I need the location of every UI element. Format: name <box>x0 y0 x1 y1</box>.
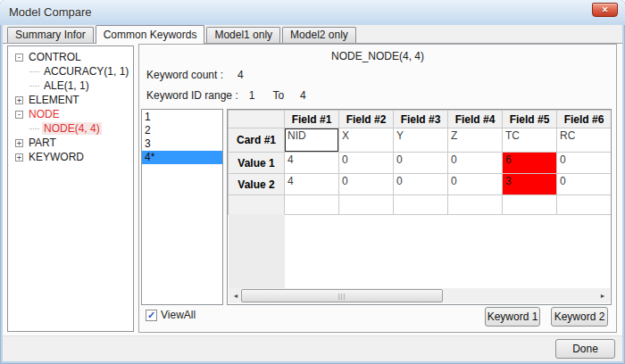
id-range-to-label: To <box>272 89 284 102</box>
field-table: Field #1Field #2Field #3Field #4Field #5… <box>228 110 612 215</box>
keyword-count-value: 4 <box>238 69 244 81</box>
dialog-client-area: Summary InforCommon KeywordsModel1 onlyM… <box>3 25 622 361</box>
table-cell[interactable]: 0 <box>394 174 448 195</box>
table-cell[interactable]: TC <box>503 128 557 153</box>
list-item[interactable]: 4* <box>142 151 222 164</box>
tree-connector <box>29 86 39 87</box>
row-header-value-2[interactable]: Value 2 <box>229 174 285 195</box>
keyword-tree: -CONTROLACCURACY(1, 1)ALE(1, 1)+ELEMENT-… <box>7 46 134 332</box>
viewall-checkbox[interactable]: ✓ ViewAll <box>146 309 196 321</box>
table-cell[interactable]: 0 <box>394 153 448 174</box>
bottom-strip: Done <box>3 335 622 361</box>
viewall-label: ViewAll <box>161 309 196 321</box>
tree-item-label[interactable]: KEYWORD <box>27 151 86 163</box>
row-header-empty[interactable] <box>229 195 285 215</box>
tree-item-label[interactable]: NODE <box>27 108 62 120</box>
title-bar: Model Compare ✕ <box>0 0 625 25</box>
field-table-head: Field #1Field #2Field #3Field #4Field #5… <box>229 111 612 128</box>
table-cell[interactable]: 0 <box>448 174 503 195</box>
tree-item-node-4-4[interactable]: NODE(4, 4) <box>8 121 133 136</box>
keyword1-button[interactable]: Keyword 1 <box>485 307 540 327</box>
table-cell[interactable]: 0 <box>448 153 503 174</box>
table-cell[interactable]: 4 <box>285 174 339 195</box>
tree-item-label[interactable]: PART <box>27 136 58 149</box>
tree-item-part[interactable]: +PART <box>8 136 133 150</box>
list-item[interactable]: 2 <box>142 124 222 137</box>
tree-item-control[interactable]: -CONTROL <box>8 50 133 64</box>
column-header-field-2[interactable]: Field #2 <box>339 111 394 128</box>
scroll-right-icon[interactable]: ► <box>596 288 610 303</box>
table-cell[interactable]: RC <box>557 128 612 153</box>
list-item[interactable]: 1 <box>142 111 222 124</box>
table-cell[interactable] <box>557 195 612 215</box>
table-row: Value 2400030 <box>229 174 612 195</box>
field-table-viewport: Field #1Field #2Field #3Field #4Field #5… <box>227 109 612 305</box>
table-cell[interactable]: 4 <box>285 153 339 174</box>
column-header-field-4[interactable]: Field #4 <box>448 111 503 128</box>
table-cell[interactable] <box>394 195 448 215</box>
row-header-value-1[interactable]: Value 1 <box>229 153 285 174</box>
tab-model1-only[interactable]: Model1 only <box>206 27 280 43</box>
horizontal-scrollbar[interactable]: ◄ ||| ► <box>229 288 610 303</box>
expand-icon[interactable]: + <box>15 139 23 147</box>
window-title: Model Compare <box>9 0 92 25</box>
table-cell[interactable] <box>503 195 557 215</box>
tree-item-label[interactable]: ELEMENT <box>27 94 81 106</box>
tree-connector <box>29 71 39 72</box>
scrollbar-thumb[interactable]: ||| <box>241 289 443 302</box>
tree-item-element[interactable]: +ELEMENT <box>8 93 133 107</box>
corner-cell <box>229 111 285 128</box>
tree-item-label[interactable]: NODE(4, 4) <box>42 122 102 135</box>
field-table-body: Card #1NIDXYZTCRCValue 1400060Value 2400… <box>229 128 612 215</box>
panel-title: NODE_NODE(4, 4) <box>139 45 616 62</box>
table-cell[interactable]: 0 <box>339 174 394 195</box>
collapse-icon[interactable]: - <box>15 54 23 62</box>
tab-model2-only[interactable]: Model2 only <box>282 27 356 43</box>
collapse-icon[interactable]: - <box>15 111 23 119</box>
keyword-id-range-line: Keyword ID range :1To4 <box>146 89 306 102</box>
expand-icon[interactable]: + <box>15 96 23 104</box>
id-range-from: 1 <box>249 89 255 102</box>
tree-item-keyword[interactable]: +KEYWORD <box>8 150 133 164</box>
table-cell[interactable] <box>285 195 339 215</box>
table-cell[interactable]: 0 <box>557 153 612 174</box>
keyword-id-listbox[interactable]: 1234* <box>141 109 223 305</box>
table-cell[interactable]: X <box>339 128 394 153</box>
tree-item-label[interactable]: CONTROL <box>27 51 83 63</box>
tree-item-label[interactable]: ALE(1, 1) <box>42 79 91 92</box>
column-header-field-5[interactable]: Field #5 <box>503 111 557 128</box>
row-header-card-1[interactable]: Card #1 <box>229 128 285 153</box>
tab-common-keywords[interactable]: Common Keywords <box>96 25 205 44</box>
diff-cell[interactable]: 6 <box>503 153 557 174</box>
tree-item-node[interactable]: -NODE <box>8 107 133 121</box>
column-header-field-6[interactable]: Field #6 <box>557 111 612 128</box>
header-row: Field #1Field #2Field #3Field #4Field #5… <box>229 111 612 128</box>
table-row: Value 1400060 <box>229 153 612 174</box>
table-row <box>229 195 612 215</box>
table-row: Card #1NIDXYZTCRC <box>229 128 612 153</box>
table-cell[interactable]: Z <box>448 128 503 153</box>
list-item[interactable]: 3 <box>142 137 222 151</box>
table-cell[interactable]: NID <box>285 128 339 153</box>
expand-icon[interactable]: + <box>15 153 23 161</box>
checkbox-check-icon[interactable]: ✓ <box>146 310 157 321</box>
keyword2-button[interactable]: Keyword 2 <box>551 307 608 327</box>
table-cell[interactable] <box>339 195 394 215</box>
tree-item-accuracy-1-1[interactable]: ACCURACY(1, 1) <box>8 64 133 79</box>
column-header-field-1[interactable]: Field #1 <box>285 111 339 128</box>
model-compare-dialog: Model Compare ✕ Summary InforCommon Keyw… <box>0 0 625 364</box>
tree-connector <box>29 128 39 129</box>
table-cell[interactable] <box>448 195 503 215</box>
tree-item-label[interactable]: ACCURACY(1, 1) <box>42 65 130 78</box>
tree-item-ale-1-1[interactable]: ALE(1, 1) <box>8 79 133 93</box>
close-icon[interactable]: ✕ <box>592 3 618 17</box>
table-cell[interactable]: Y <box>394 128 448 153</box>
tab-summary-infor[interactable]: Summary Infor <box>7 27 94 43</box>
id-range-to: 4 <box>300 89 306 102</box>
column-header-field-3[interactable]: Field #3 <box>394 111 448 128</box>
keyword-count-line: Keyword count :4 <box>146 69 244 81</box>
diff-cell[interactable]: 3 <box>503 174 557 195</box>
table-cell[interactable]: 0 <box>339 153 394 174</box>
done-button[interactable]: Done <box>555 339 615 359</box>
table-cell[interactable]: 0 <box>557 174 612 195</box>
